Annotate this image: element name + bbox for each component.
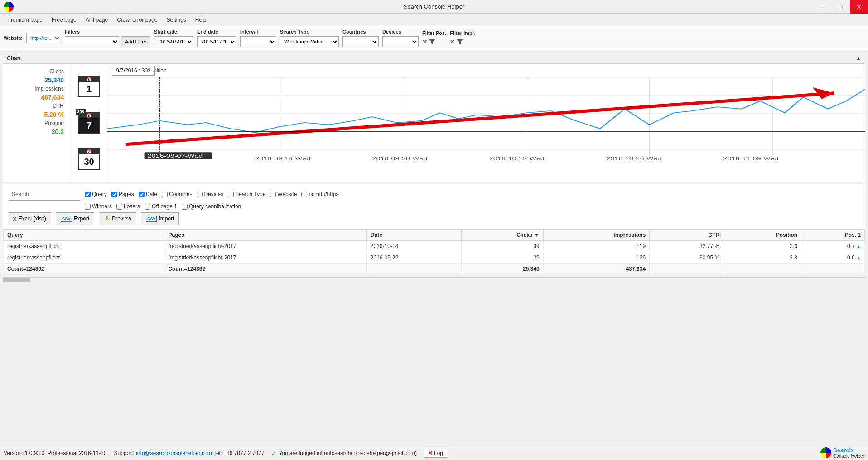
col-ctr[interactable]: CTR — [650, 230, 723, 241]
impressions-value: 487,634 — [10, 94, 64, 101]
countries-checkbox[interactable] — [162, 192, 168, 197]
up-arrow-icon: ▲ — [856, 255, 861, 260]
close-button[interactable]: ✕ — [850, 0, 868, 14]
table-row: registrierkassenpflicht /registrierkasse… — [4, 241, 865, 252]
website-checkbox-label[interactable]: Website — [270, 191, 297, 197]
data-table: Query Pages Date Clicks ▼ Impressions CT… — [3, 229, 865, 275]
col-position[interactable]: Position — [723, 230, 801, 241]
filters-select[interactable] — [65, 36, 119, 47]
version-text: Version: 1.0.93.0, Professional 2016-11-… — [4, 450, 106, 456]
table-total-row: Count=124862 Count=124862 25,340 487,634 — [4, 264, 865, 275]
log-x-icon: ✕ — [428, 450, 433, 456]
query-checkbox-label[interactable]: Query — [85, 191, 107, 197]
data-toolbar: Query Pages Date Countries Devices Searc… — [3, 184, 865, 229]
end-date-select[interactable]: 2016-11-21 — [197, 36, 236, 47]
toolbar: Website http://re... Filters Add Filter … — [0, 26, 868, 50]
website-checkbox[interactable] — [270, 192, 276, 197]
minimize-button[interactable]: ─ — [814, 0, 832, 14]
filter-impr-icon[interactable] — [456, 38, 464, 46]
cal-7-button[interactable]: 308 📅 7 — [78, 112, 100, 134]
start-date-select[interactable]: 2016-09-01 — [154, 36, 193, 47]
end-date-label: End date — [197, 29, 218, 34]
clicks-checkbox[interactable] — [112, 68, 117, 73]
data-section: Query Pages Date Countries Devices Searc… — [3, 184, 865, 275]
devices-label: Devices — [382, 29, 401, 34]
position-legend[interactable]: Position — [139, 67, 167, 74]
filter-pos-label: Filter Pos. — [422, 30, 446, 36]
add-filter-button[interactable]: Add Filter — [121, 36, 150, 47]
cell-position: 2.6 — [723, 241, 801, 252]
countries-checkbox-label[interactable]: Countries — [162, 191, 192, 197]
export-button[interactable]: CSV Export — [56, 212, 94, 225]
cannibalization-checkbox[interactable] — [182, 204, 188, 210]
search-type-checkbox[interactable] — [228, 192, 234, 197]
col-pages[interactable]: Pages — [164, 230, 366, 241]
import-icon: CSV — [146, 216, 157, 222]
chart-collapse-icon[interactable]: ▲ — [856, 55, 861, 62]
clicks-legend[interactable]: Clicks — [112, 67, 134, 74]
support-email-link[interactable]: info@searchconsolehelper.com — [136, 450, 212, 456]
website-label: Website — [4, 35, 23, 41]
cell-total-pos1 — [801, 264, 865, 275]
filter-pos-clear[interactable]: ✕ — [422, 38, 427, 45]
menu-settings[interactable]: Settings — [163, 15, 190, 24]
menu-api[interactable]: API page — [82, 15, 111, 24]
search-type-checkbox-label[interactable]: Search Type — [228, 191, 265, 197]
col-query[interactable]: Query — [4, 230, 164, 241]
app-logo-status: Search Console Helper — [820, 447, 864, 459]
search-type-select[interactable]: Web;Image;Video — [280, 36, 339, 47]
cell-clicks: 39 — [462, 241, 544, 252]
cal-30-button[interactable]: 📅 30 — [78, 148, 100, 170]
filter-pos-icon[interactable] — [428, 38, 436, 46]
menu-premium[interactable]: Premium page — [4, 15, 46, 24]
search-input[interactable] — [8, 188, 80, 201]
off-page-checkbox-label[interactable]: Off page 1 — [145, 203, 177, 210]
col-date[interactable]: Date — [366, 230, 461, 241]
no-http-checkbox[interactable] — [301, 192, 307, 197]
cell-impressions: 119 — [543, 241, 649, 252]
menu-help[interactable]: Help — [192, 15, 210, 24]
website-select[interactable]: http://re... — [26, 33, 61, 43]
table-scroll-area[interactable]: Query Pages Date Clicks ▼ Impressions CT… — [3, 229, 865, 275]
losers-checkbox[interactable] — [116, 204, 122, 210]
preview-button[interactable]: 👁 Preview — [99, 212, 136, 225]
import-button[interactable]: CSV Import — [141, 212, 179, 225]
excel-button[interactable]: X Excel (xlsx) — [8, 212, 51, 225]
cannibalization-checkbox-label[interactable]: Query cannibalization — [182, 203, 241, 210]
winners-checkbox[interactable] — [85, 204, 91, 210]
devices-checkbox-label[interactable]: Devices — [197, 191, 223, 197]
log-button[interactable]: ✕ Log — [424, 449, 447, 458]
cell-pages: /registrierkassenpflicht-2017 — [164, 252, 366, 264]
devices-select[interactable] — [382, 36, 419, 47]
cal-1-button[interactable]: 📅 1 — [78, 76, 100, 97]
cell-date: 2016-09-22 — [366, 252, 461, 264]
col-pos1[interactable]: Pos. 1 — [801, 230, 865, 241]
pages-checkbox[interactable] — [111, 192, 117, 197]
countries-select[interactable] — [342, 36, 379, 47]
off-page-checkbox[interactable] — [145, 204, 150, 210]
countries-label: Countries — [342, 29, 366, 34]
interval-select[interactable] — [240, 36, 276, 47]
window-controls: ─ □ ✕ — [814, 0, 868, 14]
date-checkbox[interactable] — [139, 192, 145, 197]
filter-impr-clear[interactable]: ✕ — [450, 38, 455, 45]
cell-impressions: 126 — [543, 252, 649, 264]
date-checkbox-label[interactable]: Date — [139, 191, 157, 197]
winners-checkbox-label[interactable]: Winners — [85, 203, 112, 210]
pages-checkbox-label[interactable]: Pages — [111, 191, 134, 197]
menu-free[interactable]: Free page — [48, 15, 80, 24]
col-clicks[interactable]: Clicks ▼ — [462, 230, 544, 241]
query-checkbox[interactable] — [85, 192, 91, 197]
ctr-value: 5.20 % — [10, 111, 64, 118]
menu-crawl[interactable]: Crawl error page — [113, 15, 161, 24]
cell-query: registrierkassenpflicht — [4, 252, 164, 264]
devices-checkbox[interactable] — [197, 192, 203, 197]
horizontal-scrollbar[interactable] — [3, 277, 865, 283]
col-impressions[interactable]: Impressions — [543, 230, 649, 241]
chart-area: Clicks 9/7/2016 : 308 Position — [107, 64, 865, 182]
cell-query: registrierkassenpflicht — [4, 241, 164, 252]
no-http-checkbox-label[interactable]: no http/https — [301, 191, 338, 197]
restore-button[interactable]: □ — [832, 0, 850, 14]
logo-icon — [820, 447, 831, 458]
losers-checkbox-label[interactable]: Losers — [116, 203, 140, 210]
